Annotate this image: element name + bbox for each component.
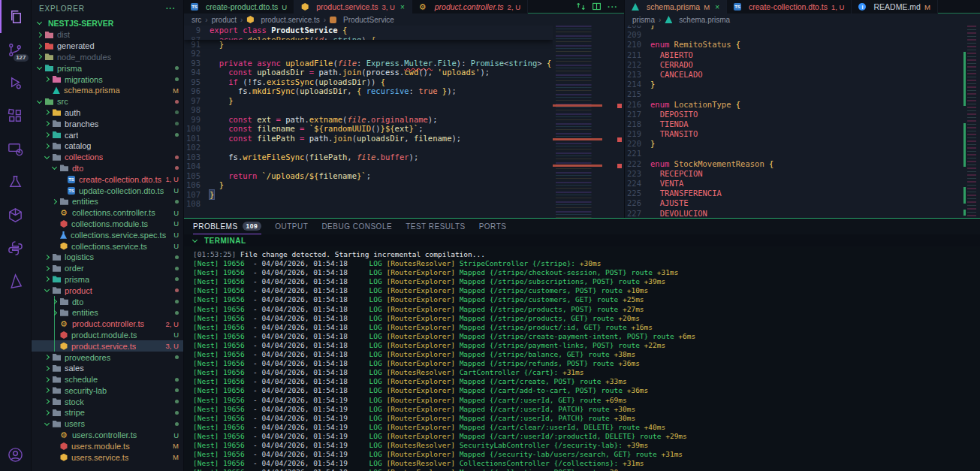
chevron-right-icon bbox=[37, 44, 42, 49]
terminal-output[interactable]: [01:53:25] File change detected. Startin… bbox=[184, 246, 980, 471]
tree-folder-catalog[interactable]: catalog bbox=[32, 140, 183, 152]
tree-folder-dto[interactable]: dto bbox=[32, 163, 183, 174]
breadcrumb-item[interactable]: product.service.ts bbox=[246, 16, 319, 24]
breadcrumb-separator: › bbox=[240, 16, 243, 24]
extensions-icon[interactable] bbox=[0, 99, 32, 132]
close-icon[interactable]: × bbox=[715, 3, 719, 11]
editor-body[interactable]: 9export class ProductService {87 async d… bbox=[184, 26, 624, 218]
tab-schema.prisma[interactable]: schema.prismaM× bbox=[625, 0, 727, 14]
panel-tab-ports[interactable]: PORTS bbox=[479, 219, 507, 234]
folder-icon bbox=[53, 109, 61, 116]
breadcrumb-item[interactable]: ProductService bbox=[330, 16, 394, 24]
code-line: 95 if (!fs.existsSync(uploadsDir)) { bbox=[184, 77, 553, 87]
tab-product.controller.ts[interactable]: product.controller.ts2, U bbox=[412, 0, 528, 14]
tree-folder-sales[interactable]: sales bbox=[32, 363, 183, 374]
overview-ruler-error-mark bbox=[617, 137, 622, 142]
tree-item-label: auth bbox=[65, 108, 80, 117]
tab-product.service.ts[interactable]: product.service.ts3, U× bbox=[294, 0, 412, 14]
explorer-more-icon[interactable]: ··· bbox=[166, 5, 176, 13]
tree-file-collections.module.ts[interactable]: collections.module.tsU bbox=[32, 219, 183, 230]
tree-file-collections.service.ts[interactable]: collections.service.tsU bbox=[32, 240, 183, 252]
tree-folder-branches[interactable]: branches bbox=[32, 118, 183, 129]
tree-folder-proveedores[interactable]: proveedores bbox=[32, 352, 183, 363]
tree-folder-security-lab[interactable]: security-lab bbox=[32, 385, 183, 397]
tree-folder-product[interactable]: product bbox=[32, 285, 183, 296]
compare-changes-icon[interactable] bbox=[576, 2, 586, 11]
bottom-panel: PROBLEMS109OUTPUTDEBUG CONSOLETEST RESUL… bbox=[184, 218, 980, 471]
tree-folder-users[interactable]: users bbox=[32, 418, 183, 430]
panel-tab-test-results[interactable]: TEST RESULTS bbox=[406, 219, 466, 234]
tree-file-update-collection.dto.ts[interactable]: update-collection.dto.tsU bbox=[32, 185, 183, 196]
run-debug-icon[interactable] bbox=[0, 66, 32, 99]
tree-folder-collections[interactable]: collections bbox=[32, 152, 183, 163]
problem-dot bbox=[175, 355, 179, 359]
tree-item-label: dist bbox=[57, 30, 70, 39]
tree-folder-entities[interactable]: entities bbox=[32, 307, 183, 319]
minimap[interactable] bbox=[553, 26, 602, 218]
panel-tab-label: PORTS bbox=[479, 222, 507, 231]
explorer-icon[interactable] bbox=[0, 0, 32, 33]
remote-explorer-icon[interactable] bbox=[0, 132, 32, 165]
panel-tab-problems[interactable]: PROBLEMS109 bbox=[193, 219, 261, 234]
tree-folder-logistics[interactable]: logistics bbox=[32, 252, 183, 263]
workspace-root[interactable]: NESTJS-SERVER bbox=[32, 17, 183, 29]
breadcrumb-item[interactable]: src bbox=[191, 16, 201, 24]
tree-folder-stripe[interactable]: stripe bbox=[32, 407, 183, 418]
breadcrumb-item[interactable]: prisma bbox=[632, 16, 655, 24]
tree-folder-entities[interactable]: entities bbox=[32, 196, 183, 207]
breadcrumb-item[interactable]: schema.prisma bbox=[665, 16, 730, 24]
tree-folder-auth[interactable]: auth bbox=[32, 107, 183, 119]
breadcrumb-item[interactable]: product bbox=[212, 16, 237, 24]
tree-file-collections.service.spec.ts[interactable]: collections.service.spec.tsU bbox=[32, 229, 183, 240]
tree-file-product.module.ts[interactable]: product.module.tsU bbox=[32, 330, 183, 341]
tree-file-users.service.ts[interactable]: users.service.tsM bbox=[32, 451, 183, 463]
tree-file-users.controller.ts[interactable]: users.controller.tsU bbox=[32, 430, 183, 441]
prisma-icon[interactable] bbox=[0, 264, 32, 297]
tree-folder-prisma[interactable]: prisma bbox=[32, 274, 183, 285]
tree-folder-migrations[interactable]: migrations bbox=[32, 74, 183, 85]
close-icon[interactable]: × bbox=[400, 3, 405, 11]
editor-body[interactable]: 208}209210enum RemitoStatus {211 ABIERTO… bbox=[625, 26, 980, 218]
breadcrumb-label: src bbox=[191, 16, 201, 24]
tree-file-users.module.ts[interactable]: users.module.tsM bbox=[32, 440, 183, 451]
source-control-icon[interactable]: 127 bbox=[0, 33, 32, 66]
tree-folder-dto[interactable]: dto bbox=[32, 296, 183, 307]
tab-create-collection.dto.ts[interactable]: create-collection.dto.ts1, U bbox=[727, 0, 852, 14]
tree-folder-dist[interactable]: dist bbox=[32, 29, 183, 41]
minimap[interactable] bbox=[963, 26, 978, 218]
tree-file-schema.prisma[interactable]: schema.prismaM bbox=[32, 85, 183, 96]
tree-file-collections.controller.ts[interactable]: collections.controller.tsU bbox=[32, 207, 183, 219]
python-icon[interactable] bbox=[0, 231, 32, 264]
terminal-line: [Nest] 19656 - 04/04/2026, 01:54:19 LOG … bbox=[193, 441, 980, 450]
cube-3d-icon[interactable] bbox=[0, 198, 32, 231]
folder-icon bbox=[53, 254, 61, 261]
more-actions-icon[interactable]: ··· bbox=[608, 2, 618, 11]
tree-folder-schedule[interactable]: schedule bbox=[32, 374, 183, 385]
problem-dot bbox=[175, 255, 179, 259]
tab-git-badge: 1, U bbox=[831, 3, 844, 11]
line-number: 108 bbox=[184, 199, 210, 209]
account-icon[interactable] bbox=[0, 438, 32, 471]
git-status-badge: 3, U bbox=[163, 342, 179, 350]
tree-folder-src[interactable]: src bbox=[32, 96, 183, 107]
tree-folder-order[interactable]: order bbox=[32, 263, 183, 274]
tree-folder-stock[interactable]: stock bbox=[32, 396, 183, 407]
terminal-section-header[interactable]: TERMINAL bbox=[184, 234, 980, 246]
panel-tab-debug-console[interactable]: DEBUG CONSOLE bbox=[321, 219, 392, 234]
tree-folder-cart[interactable]: cart bbox=[32, 129, 183, 140]
terminal-line: [Nest] 19656 - 04/04/2026, 01:54:18 LOG … bbox=[193, 332, 980, 341]
tree-folder-generated[interactable]: generated bbox=[32, 41, 183, 52]
tree-folder-node_modules[interactable]: node_modules bbox=[32, 52, 183, 63]
tab-create-product.dto.ts[interactable]: create-product.dto.tsU bbox=[184, 0, 294, 14]
git-status-badge: M bbox=[170, 86, 179, 95]
tree-file-product.service.ts[interactable]: product.service.ts3, U bbox=[32, 340, 183, 352]
split-editor-icon[interactable] bbox=[592, 2, 602, 11]
breadcrumb-separator: › bbox=[324, 16, 326, 24]
testing-icon[interactable] bbox=[0, 165, 32, 198]
gear-icon bbox=[419, 3, 427, 11]
tab-README.md[interactable]: README.mdM bbox=[852, 0, 937, 14]
panel-tab-output[interactable]: OUTPUT bbox=[275, 219, 308, 234]
tree-file-create-collection.dto.ts[interactable]: create-collection.dto.ts1, U bbox=[32, 174, 183, 185]
tree-folder-prisma[interactable]: prisma bbox=[32, 62, 183, 74]
tree-file-product.controller.ts[interactable]: product.controller.ts2, U bbox=[32, 319, 183, 330]
